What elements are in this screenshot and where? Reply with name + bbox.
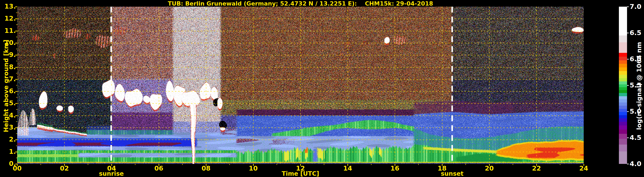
page-title: TUB: Berlin Grunewald (Germany; 52.4732 …: [17, 0, 584, 7]
y-axis-tick-mark: [15, 152, 17, 152]
colorbar-tick-mark: [627, 33, 629, 33]
x-axis-tick-mark: [584, 164, 584, 166]
x-axis-minor-tick: [418, 164, 419, 165]
colorbar-tick-mark: [627, 137, 629, 138]
x-axis-tick-label: 16: [386, 165, 404, 172]
y-axis-tick-mark: [15, 55, 17, 55]
plot-area: [17, 7, 584, 164]
y-axis-label: Height above ground [km]: [2, 4, 10, 167]
colorbar-segment: [619, 57, 627, 60]
x-axis-minor-tick: [182, 164, 182, 165]
x-axis-tick-label: 02: [55, 165, 74, 172]
colorbar-segment: [619, 99, 627, 102]
colorbar-label: log(rc-signal) @ 1064 nm: [636, 4, 643, 167]
x-axis-minor-tick: [513, 164, 513, 165]
x-axis-minor-tick: [88, 164, 88, 165]
y-axis-minor-tick: [16, 121, 17, 122]
y-axis-tick-mark: [15, 115, 17, 116]
y-axis-minor-tick: [16, 133, 17, 134]
colorbar-segment: [619, 122, 627, 125]
sunrise-label: sunrise: [88, 170, 135, 177]
y-axis-tick-mark: [15, 7, 17, 7]
colorbar-segment: [619, 71, 627, 75]
y-axis-tick-mark: [15, 67, 17, 68]
y-axis-tick-mark: [15, 103, 17, 104]
x-axis-tick-mark: [64, 164, 65, 166]
colorbar-segment: [619, 36, 627, 42]
x-axis-tick-mark: [158, 164, 159, 166]
x-axis-tick-mark: [17, 164, 18, 166]
colorbar-tick-mark: [627, 111, 629, 112]
x-axis-tick-mark: [536, 164, 537, 166]
x-axis-tick-mark: [300, 164, 301, 166]
x-axis-minor-tick: [276, 164, 277, 165]
x-axis-tick-mark: [395, 164, 395, 166]
x-axis-minor-tick: [466, 164, 466, 165]
colorbar-segment: [619, 93, 627, 96]
y-axis-tick-mark: [15, 31, 17, 31]
heatmap-canvas: [17, 7, 584, 164]
y-axis-minor-tick: [16, 158, 17, 158]
sunset-label: sunset: [428, 170, 476, 177]
colorbar-segment: [619, 78, 627, 81]
y-axis-tick-mark: [15, 127, 17, 128]
x-axis-tick-mark: [206, 164, 206, 166]
x-axis-tick-label: 22: [528, 165, 546, 172]
colorbar-segment: [619, 139, 627, 144]
y-axis-minor-tick: [16, 97, 17, 98]
x-axis-minor-tick: [371, 164, 372, 165]
x-axis-tick-mark: [253, 164, 254, 166]
x-axis-tick-mark: [489, 164, 490, 166]
y-axis-minor-tick: [16, 61, 17, 61]
colorbar: [619, 7, 627, 164]
y-axis-minor-tick: [16, 37, 17, 37]
x-axis-minor-tick: [560, 164, 560, 165]
colorbar-segment: [619, 75, 627, 78]
y-axis-tick-mark: [15, 79, 17, 80]
y-axis-tick-mark: [15, 91, 17, 92]
colorbar-segment: [619, 60, 627, 64]
colorbar-tick-mark: [627, 85, 629, 86]
colorbar-segment: [619, 53, 627, 57]
y-axis-minor-tick: [16, 85, 17, 85]
colorbar-segment: [619, 96, 627, 99]
y-axis-minor-tick: [16, 49, 17, 49]
y-axis-tick-mark: [15, 19, 17, 19]
colorbar-segment: [619, 64, 627, 67]
x-axis-minor-tick: [135, 164, 136, 165]
colorbar-segment: [619, 134, 627, 139]
colorbar-segment: [619, 118, 627, 122]
x-axis-minor-tick: [230, 164, 230, 165]
colorbar-tick-mark: [627, 59, 629, 60]
y-axis-tick-mark: [15, 139, 17, 140]
x-axis-tick-mark: [348, 164, 348, 166]
x-axis-tick-label: 08: [197, 165, 215, 172]
colorbar-segment: [619, 102, 627, 106]
x-axis-label: Time [UTC]: [258, 170, 343, 177]
colorbar-segment: [619, 67, 627, 71]
x-axis-tick-label: 24: [575, 165, 593, 172]
colorbar-segment: [619, 129, 627, 134]
colorbar-segment: [619, 112, 627, 115]
colorbar-segment: [619, 151, 627, 164]
colorbar-segment: [619, 144, 627, 151]
colorbar-segment: [619, 7, 627, 36]
x-axis-tick-mark: [442, 164, 442, 166]
x-axis-minor-tick: [40, 164, 41, 165]
colorbar-segment: [619, 42, 627, 53]
colorbar-segment: [619, 84, 627, 87]
x-axis-tick-mark: [111, 164, 112, 166]
ceilometer-quicklook: TUB: Berlin Grunewald (Germany; 52.4732 …: [0, 0, 644, 177]
colorbar-segment: [619, 125, 627, 129]
colorbar-segment: [619, 115, 627, 118]
colorbar-segment: [619, 87, 627, 90]
colorbar-tick-mark: [627, 7, 629, 7]
colorbar-segment: [619, 90, 627, 93]
x-axis-tick-label: 00: [8, 165, 26, 172]
colorbar-segment: [619, 81, 627, 84]
y-axis-minor-tick: [16, 73, 17, 73]
x-axis-tick-label: 20: [480, 165, 498, 172]
x-axis-minor-tick: [324, 164, 324, 165]
y-axis-minor-tick: [16, 13, 17, 13]
y-axis-minor-tick: [16, 109, 17, 110]
